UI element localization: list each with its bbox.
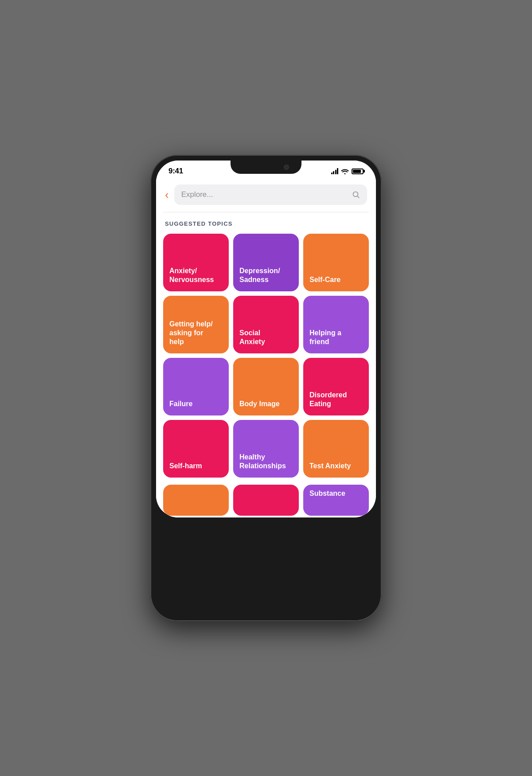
topic-card-getting-help[interactable]: Getting help/ asking for help bbox=[163, 296, 229, 353]
topic-label-body-image: Body Image bbox=[239, 400, 280, 408]
topic-label-helping-friend: Helping a friend bbox=[309, 329, 341, 346]
notch bbox=[231, 161, 301, 174]
section-header: SUGGESTED TOPICS bbox=[156, 216, 376, 234]
topic-label-depression: Depression/ Sadness bbox=[239, 267, 280, 284]
svg-point-0 bbox=[353, 192, 358, 197]
battery-icon bbox=[352, 169, 364, 174]
topic-label-partial-partial-3: Substance bbox=[303, 485, 369, 502]
topic-card-social-anxiety[interactable]: Social Anxiety bbox=[233, 296, 299, 353]
search-area: ‹ Explore... bbox=[156, 179, 376, 212]
topic-card-partial-partial-1[interactable] bbox=[163, 485, 229, 516]
divider bbox=[163, 212, 369, 212]
topic-card-self-harm[interactable]: Self-harm bbox=[163, 420, 229, 478]
wifi-icon bbox=[341, 169, 349, 174]
topic-label-social-anxiety: Social Anxiety bbox=[239, 329, 265, 346]
back-button[interactable]: ‹ bbox=[165, 188, 169, 202]
topics-grid-partial: Substance bbox=[156, 485, 376, 517]
topic-card-helping-friend[interactable]: Helping a friend bbox=[303, 296, 369, 353]
topic-card-partial-partial-3[interactable]: Substance bbox=[303, 485, 369, 516]
topic-label-healthy-relationships: Healthy Relationships bbox=[239, 453, 286, 470]
topic-card-depression[interactable]: Depression/ Sadness bbox=[233, 234, 299, 291]
camera bbox=[284, 165, 289, 170]
section-title: SUGGESTED TOPICS bbox=[165, 220, 233, 227]
phone-frame: 9:41 ‹ Explore... bbox=[151, 155, 381, 621]
topic-label-self-harm: Self-harm bbox=[169, 462, 202, 470]
signal-icon bbox=[331, 168, 339, 174]
status-time: 9:41 bbox=[168, 167, 183, 176]
topic-label-self-care: Self-Care bbox=[309, 275, 340, 284]
topic-label-failure: Failure bbox=[169, 400, 192, 408]
topic-card-disordered-eating[interactable]: Disordered Eating bbox=[303, 358, 369, 415]
topic-label-getting-help: Getting help/ asking for help bbox=[169, 320, 213, 346]
search-icon bbox=[352, 191, 360, 199]
topics-grid: Anxiety/ NervousnessDepression/ SadnessS… bbox=[156, 234, 376, 485]
topic-label-anxiety: Anxiety/ Nervousness bbox=[169, 267, 214, 284]
topic-card-partial-partial-2[interactable] bbox=[233, 485, 299, 516]
topic-card-anxiety[interactable]: Anxiety/ Nervousness bbox=[163, 234, 229, 291]
search-box[interactable]: Explore... bbox=[174, 184, 367, 205]
topic-label-test-anxiety: Test Anxiety bbox=[309, 462, 351, 470]
topic-card-healthy-relationships[interactable]: Healthy Relationships bbox=[233, 420, 299, 478]
topic-label-disordered-eating: Disordered Eating bbox=[309, 391, 347, 408]
topic-card-self-care[interactable]: Self-Care bbox=[303, 234, 369, 291]
search-placeholder: Explore... bbox=[181, 190, 213, 199]
topic-card-body-image[interactable]: Body Image bbox=[233, 358, 299, 415]
topic-card-failure[interactable]: Failure bbox=[163, 358, 229, 415]
phone-screen: 9:41 ‹ Explore... bbox=[156, 161, 376, 517]
status-icons bbox=[331, 168, 364, 174]
topic-card-test-anxiety[interactable]: Test Anxiety bbox=[303, 420, 369, 478]
